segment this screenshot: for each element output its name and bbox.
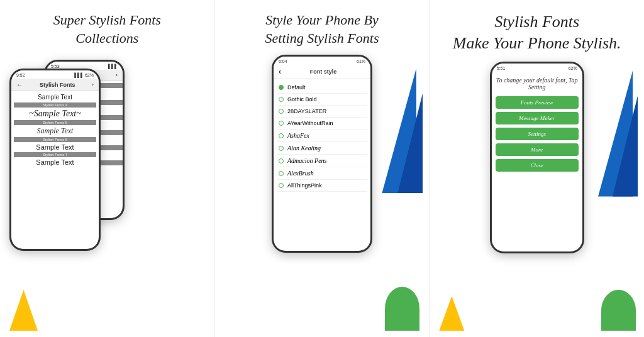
mid-title: Style Your Phone By Setting Stylish Font… — [265, 11, 379, 47]
btn-settings[interactable]: Settings — [496, 128, 579, 140]
right-green-shape — [601, 290, 636, 331]
btn-more[interactable]: More — [496, 143, 579, 156]
radio-alan — [279, 146, 284, 151]
right-phone-content: To change your default font, Tap Setting… — [492, 72, 582, 251]
right-phone: 5:51 62% To change your default font, Ta… — [490, 62, 584, 253]
radio-ayear — [279, 121, 284, 126]
mid-phone-nav: ‹ Font style — [274, 65, 370, 79]
mid-green-shape — [385, 287, 419, 331]
front-phone-nav: ← Stylish Fonts › — [11, 79, 99, 91]
btn-message-maker[interactable]: Message Maker — [496, 112, 579, 124]
right-phone-container: 5:51 62% To change your default font, Ta… — [436, 62, 638, 331]
right-title: Stylish Fonts Make Your Phone Stylish. — [453, 11, 621, 54]
radio-alex — [279, 171, 284, 176]
font-item-alan[interactable]: Alan Kealing — [277, 142, 367, 155]
left-title: Super Stylish Fonts Collections — [53, 11, 161, 47]
front-label-5: Stylish Fonts 5 — [14, 120, 96, 125]
radio-28days — [279, 109, 284, 114]
front-sample-3: Sample Text — [14, 126, 96, 136]
panel-right: Stylish Fonts Make Your Phone Stylish. 5… — [430, 0, 644, 337]
btn-close[interactable]: Close — [496, 159, 579, 172]
front-sample-1: Sample Text — [14, 92, 96, 102]
font-item-admacion[interactable]: Admacion Pens — [277, 155, 367, 167]
font-item-default[interactable]: Default — [277, 82, 367, 94]
left-phone-container: 5:53 ▌▌▌ Stylish Fonts › Fonts 16 Brevi … — [6, 55, 208, 331]
front-phone-header: 9:52 ▌▌▌ 62% — [11, 70, 99, 79]
font-item-gothic[interactable]: Gothic Bold — [277, 94, 367, 106]
right-phone-message: To change your default font, Tap Setting — [496, 77, 579, 91]
mid-phone-container: 6:04 61% ‹ Font style Default Gothic Bol — [221, 55, 423, 331]
radio-admacion — [279, 158, 284, 163]
yellow-shape-left — [9, 290, 38, 331]
radio-gothic — [279, 97, 284, 102]
font-style-list: Default Gothic Bold 28DAYSLATER AYearWit… — [274, 79, 370, 251]
font-item-allthings[interactable]: AllThingsPink — [277, 180, 367, 192]
front-label-4: Stylish Fonts 4 — [14, 102, 96, 108]
front-sample-2: ~Sample Text~ — [14, 108, 96, 119]
font-item-asha[interactable]: AshaFex — [277, 130, 367, 142]
front-sample-5: Sample Text — [14, 158, 96, 167]
mid-phone: 6:04 61% ‹ Font style Default Gothic Bol — [272, 55, 372, 253]
mid-phone-header: 6:04 61% — [274, 57, 370, 65]
radio-default — [279, 85, 284, 90]
front-phone: 9:52 ▌▌▌ 62% ← Stylish Fonts › Sample Te… — [9, 69, 101, 251]
panel-left: Super Stylish Fonts Collections 5:53 ▌▌▌… — [0, 0, 215, 337]
font-item-alex[interactable]: AlexBrush — [277, 167, 367, 180]
front-label-6: Stylish Fonts 6 — [14, 137, 96, 142]
font-item-ayear[interactable]: AYearWithoutRain — [277, 118, 367, 130]
radio-allthings — [279, 183, 284, 188]
btn-fonts-preview[interactable]: Fonts Preview — [496, 96, 579, 109]
front-sample-4: Sample Text — [14, 143, 96, 152]
panel-mid: Style Your Phone By Setting Stylish Font… — [215, 0, 430, 337]
right-yellow-shape — [439, 296, 464, 331]
right-phone-header: 5:51 62% — [492, 64, 582, 72]
front-label-7: Stylish Fonts 7 — [14, 152, 96, 157]
font-item-28days[interactable]: 28DAYSLATER — [277, 106, 367, 118]
radio-asha — [279, 133, 284, 138]
